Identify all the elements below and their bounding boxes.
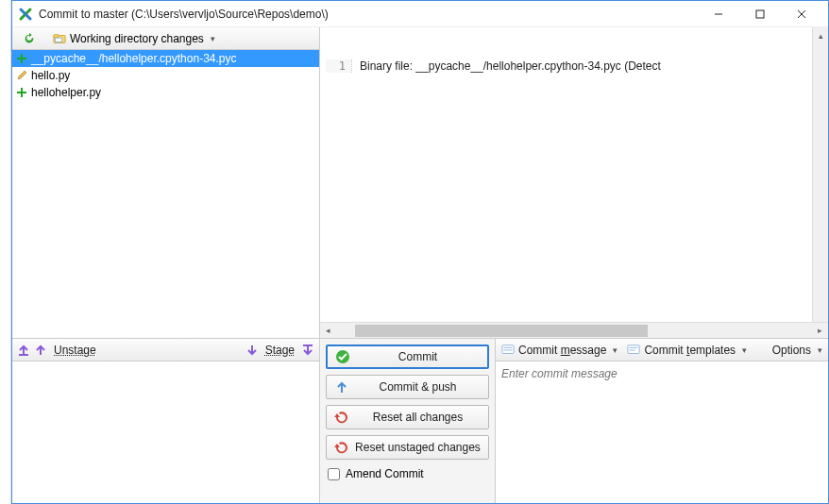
unstaged-panel: Working directory changes __pycache__/he…	[12, 27, 320, 338]
staged-file-list[interactable]	[12, 361, 319, 503]
added-icon	[16, 53, 27, 64]
unstaged-toolbar: Working directory changes	[12, 27, 319, 50]
commit-label: Commit	[356, 350, 480, 363]
reset-unstaged-button[interactable]: Reset unstaged changes	[326, 435, 489, 460]
reset-all-button[interactable]: Reset all changes	[326, 405, 489, 429]
staged-panel: Unstage Stage	[12, 339, 320, 503]
app-left-strip	[0, 0, 11, 504]
commit-templates-dropdown[interactable]: Commit templates	[627, 344, 747, 357]
scroll-left-icon[interactable]: ◂	[320, 326, 336, 335]
reset-unstaged-label: Reset unstaged changes	[355, 441, 481, 454]
commit-message-toolbar: Commit message Commit templates Options	[496, 339, 828, 361]
svg-rect-1	[756, 10, 764, 18]
diff-content[interactable]: 1 Binary file: __pycache__/hellohelper.c…	[320, 27, 828, 338]
svg-rect-10	[502, 344, 514, 353]
commit-message-input[interactable]	[496, 361, 828, 503]
unstage-button[interactable]: Unstage	[50, 344, 100, 357]
unstaged-file-list[interactable]: __pycache__/hellohelper.cpython-34.pyc h…	[12, 50, 319, 338]
amend-checkbox-row[interactable]: Amend Commit	[326, 465, 489, 480]
file-name: hellohelper.py	[31, 86, 101, 99]
diff-line: Binary file: __pycache__/hellohelper.cpy…	[352, 59, 661, 73]
unstage-all-button[interactable]	[16, 343, 31, 358]
svg-rect-6	[56, 38, 62, 42]
file-row[interactable]: hello.py	[12, 67, 319, 84]
reset-all-label: Reset all changes	[355, 411, 481, 424]
window-title: Commit to master (C:\Users\vervljo\Sourc…	[39, 8, 698, 21]
line-number: 1	[326, 59, 352, 73]
amend-checkbox[interactable]	[328, 468, 340, 480]
options-label: Options	[772, 344, 811, 357]
commit-message-panel: Commit message Commit templates Options	[496, 339, 828, 503]
titlebar: Commit to master (C:\Users\vervljo\Sourc…	[12, 1, 828, 27]
scroll-up-icon[interactable]: ▴	[813, 27, 828, 43]
maximize-button[interactable]	[739, 1, 781, 27]
diff-panel: 1 Binary file: __pycache__/hellohelper.c…	[320, 27, 828, 338]
commit-button[interactable]: Commit	[326, 344, 489, 369]
file-name: __pycache__/hellohelper.cpython-34.pyc	[31, 52, 237, 65]
stage-toolbar: Unstage Stage	[12, 339, 319, 361]
commit-templates-label: Commit templates	[644, 344, 736, 357]
stage-button-icon[interactable]	[245, 343, 260, 358]
added-icon	[16, 87, 27, 98]
working-directory-label: Working directory changes	[70, 32, 204, 45]
vertical-scrollbar[interactable]: ▴	[812, 27, 828, 322]
close-button[interactable]	[781, 1, 822, 27]
amend-label: Amend Commit	[346, 467, 424, 480]
minimize-button[interactable]	[698, 1, 739, 27]
file-row[interactable]: __pycache__/hellohelper.cpython-34.pyc	[12, 50, 319, 67]
unstage-button-icon[interactable]	[33, 343, 48, 358]
file-row[interactable]: hellohelper.py	[12, 84, 319, 101]
commit-icon	[335, 349, 350, 364]
scrollbar-thumb[interactable]	[355, 325, 648, 337]
svg-rect-5	[54, 34, 59, 37]
svg-rect-13	[628, 344, 639, 353]
app-icon	[18, 7, 33, 22]
commit-message-label: Commit message	[518, 344, 606, 357]
stage-all-button[interactable]	[300, 343, 315, 358]
file-name: hello.py	[31, 69, 70, 82]
horizontal-scrollbar[interactable]: ◂ ▸	[320, 322, 828, 338]
reset-icon	[334, 410, 349, 425]
commit-actions-panel: Commit Commit & push Reset all changes R…	[320, 339, 496, 503]
commit-message-dropdown[interactable]: Commit message	[501, 344, 618, 357]
commit-push-label: Commit & push	[355, 380, 481, 394]
reset-icon	[334, 440, 349, 455]
refresh-button[interactable]	[16, 29, 42, 48]
modified-icon	[16, 70, 27, 81]
push-icon	[334, 379, 349, 395]
stage-button[interactable]: Stage	[262, 344, 298, 357]
commit-window: Commit to master (C:\Users\vervljo\Sourc…	[11, 0, 829, 504]
commit-push-button[interactable]: Commit & push	[326, 375, 489, 399]
scroll-right-icon[interactable]: ▸	[812, 326, 828, 335]
options-dropdown[interactable]: Options	[772, 344, 822, 357]
working-directory-dropdown[interactable]: Working directory changes	[46, 29, 222, 48]
